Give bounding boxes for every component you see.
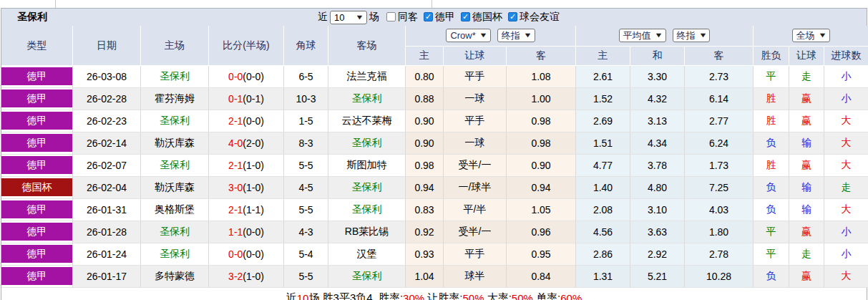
- asian-home-odds: 0.80: [406, 66, 444, 88]
- col-header-result-wdl: 胜负: [754, 47, 789, 67]
- col-header-result-handicap: 让球: [789, 47, 824, 67]
- away-team-link[interactable]: 云达不莱梅: [328, 110, 406, 132]
- home-team-link[interactable]: 圣保利: [141, 155, 209, 177]
- fulltime-score: 3-2: [228, 271, 243, 282]
- league-badge: 德甲: [1, 88, 73, 110]
- fulltime-score: 2-1: [228, 115, 243, 127]
- away-team-link[interactable]: 圣保利: [328, 266, 406, 288]
- col-header-asian-handicap: 让球: [444, 47, 507, 67]
- col-header-away: 客场: [328, 26, 406, 66]
- league-checkbox-german-cup[interactable]: [461, 12, 470, 21]
- league-checkbox-bundesliga-label[interactable]: 德甲: [435, 11, 455, 22]
- result-goals: 大: [824, 110, 868, 132]
- fulltime-score: 2-1: [228, 204, 243, 216]
- result-outcome: 负: [754, 199, 789, 221]
- away-team-link[interactable]: 汉堡: [328, 243, 406, 266]
- col-header-euro-away: 客: [685, 47, 754, 67]
- asian-home-odds: 0.98: [406, 155, 444, 177]
- home-team-link[interactable]: 圣保利: [141, 243, 209, 266]
- home-team-link[interactable]: 勒沃库森: [141, 132, 209, 155]
- away-team-link[interactable]: 斯图加特: [328, 155, 406, 177]
- asian-away-odds: 0.95: [507, 243, 576, 266]
- home-team-link[interactable]: 多特蒙德: [141, 266, 209, 288]
- away-team-link[interactable]: RB莱比锡: [328, 221, 406, 243]
- euro-home-odds: 1.51: [576, 132, 630, 155]
- corner-score: 5-5: [284, 199, 328, 221]
- home-team-link[interactable]: 圣保利: [141, 221, 209, 243]
- filter-controls: 近 10 ▼ 场 同客德甲德国杯球会友谊: [316, 11, 560, 24]
- corner-score: 5-5: [284, 155, 328, 177]
- home-team-link[interactable]: 圣保利: [141, 110, 209, 132]
- asian-handicap: 平手: [444, 66, 507, 88]
- summary-text: 大率:: [484, 291, 512, 300]
- euro-draw-odds: 4.80: [630, 177, 685, 199]
- match-date: 26-01-28: [73, 221, 141, 243]
- away-team-link[interactable]: 圣保利: [328, 88, 406, 110]
- halftime-score: (0-0): [243, 115, 264, 127]
- chevron-down-icon: ▼: [523, 30, 532, 41]
- table-row: 德甲26-02-28霍芬海姆0-1(0-1)10-3圣保利0.88一球1.001…: [1, 88, 868, 110]
- result-goals: 走: [824, 177, 868, 199]
- table-row: 德国杯26-02-04勒沃库森3-0(1-0)4-5圣保利0.94一/球半0.9…: [1, 177, 868, 199]
- league-badge: 德甲: [1, 110, 73, 132]
- league-checkbox-club-friendly-label[interactable]: 球会友谊: [520, 11, 560, 22]
- score-cell: 2-1(1-1): [209, 199, 284, 221]
- result-group-header: 全场 ▼: [754, 26, 868, 47]
- asian-final-odds-select[interactable]: 终指 ▼: [497, 29, 535, 42]
- result-goals: 小: [824, 243, 868, 266]
- asian-home-odds: 1.04: [406, 266, 444, 288]
- euro-final-odds-select[interactable]: 终指 ▼: [673, 29, 711, 42]
- asian-away-odds: 0.96: [507, 221, 576, 243]
- euro-average-select[interactable]: 平均值 ▼: [619, 29, 666, 42]
- match-date: 26-02-28: [73, 88, 141, 110]
- halftime-score: (0-1): [243, 93, 264, 105]
- match-date: 26-01-24: [73, 243, 141, 266]
- euro-away-odds: 2.73: [685, 66, 754, 88]
- league-checkbox-german-cup-label[interactable]: 德国杯: [472, 11, 502, 22]
- table-row: 德甲26-01-24圣保利0-0(0-0)5-4汉堡0.93平手0.952.86…: [1, 243, 868, 266]
- col-header-type: 类型: [1, 26, 73, 66]
- fulltime-score: 4-0: [228, 137, 243, 149]
- league-checkbox-club-friendly[interactable]: [508, 12, 517, 21]
- league-badge: 德甲: [1, 243, 73, 266]
- asian-home-odds: 0.94: [406, 177, 444, 199]
- result-goals: 小: [824, 221, 868, 243]
- league-badge-label: 德甲: [1, 112, 72, 130]
- euro-away-odds: 2.78: [685, 243, 754, 266]
- col-header-euro-home: 主: [576, 47, 630, 67]
- league-badge: 德甲: [1, 132, 73, 155]
- home-team-link[interactable]: 霍芬海姆: [141, 88, 209, 110]
- league-checkbox-bundesliga[interactable]: [424, 12, 433, 21]
- away-team-link[interactable]: 圣保利: [328, 132, 406, 155]
- score-cell: 3-2(1-0): [209, 266, 284, 288]
- home-team-link[interactable]: 圣保利: [141, 66, 209, 88]
- league-badge-label: 德国杯: [1, 178, 72, 196]
- home-team-link[interactable]: 奥格斯堡: [141, 199, 209, 221]
- scope-select[interactable]: 全场 ▼: [792, 29, 830, 42]
- recent-count-select[interactable]: 10 ▼: [330, 11, 367, 24]
- fulltime-score: 0-0: [228, 248, 243, 260]
- asian-handicap: 平手: [444, 110, 507, 132]
- away-team-link[interactable]: 法兰克福: [328, 66, 406, 88]
- result-goals: 大: [824, 132, 868, 155]
- away-team-link[interactable]: 圣保利: [328, 177, 406, 199]
- odds-provider-select[interactable]: Crow* ▼: [446, 29, 490, 42]
- score-cell: 4-0(2-0): [209, 132, 284, 155]
- chevron-down-icon: ▼: [654, 30, 663, 41]
- same-venue-checkbox[interactable]: [386, 12, 396, 21]
- asian-home-odds: 0.83: [406, 199, 444, 221]
- euro-home-odds: 1.52: [576, 88, 630, 110]
- same-venue-checkbox-label[interactable]: 同客: [398, 11, 418, 22]
- away-team-link[interactable]: 圣保利: [328, 199, 406, 221]
- result-outcome: 胜: [754, 110, 789, 132]
- home-team-link[interactable]: 勒沃库森: [141, 177, 209, 199]
- corner-score: 4-5: [284, 177, 328, 199]
- euro-odds-group-header: 平均值 ▼ 终指 ▼: [576, 26, 754, 47]
- match-history-table: 类型 日期 主场 比分(半场) 角球 客场 Crow* ▼ 终指 ▼: [1, 26, 868, 288]
- summary-text: 让胜率:: [424, 291, 462, 300]
- asian-handicap: 受半/一: [444, 155, 507, 177]
- recent-suffix-label: 场: [369, 11, 379, 24]
- result-outcome: 负: [754, 132, 789, 155]
- match-date: 26-03-08: [73, 66, 141, 88]
- corner-score: 5-5: [284, 266, 328, 288]
